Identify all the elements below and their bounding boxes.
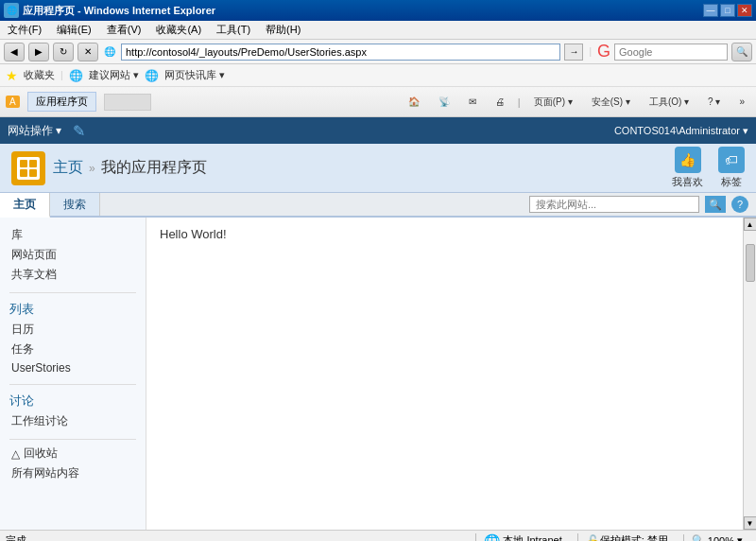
sidebar-item-allcontent[interactable]: 所有网站内容 [0, 463, 146, 483]
print-tool-button[interactable]: 🖨 [490, 95, 510, 109]
user-menu[interactable]: CONTOS014\Administrator ▾ [614, 125, 748, 136]
mail-tool-button[interactable]: ✉ [463, 95, 482, 109]
minimize-button[interactable]: — [703, 4, 718, 17]
help-tool-button[interactable]: ? ▾ [702, 95, 726, 109]
feeds-globe-icon: 🌐 [145, 69, 159, 82]
sidebar-section-lists: 列表 日历 任务 UserStories [0, 297, 146, 376]
google-icon: G [597, 42, 610, 61]
site-icon-dot-4 [29, 169, 37, 177]
feeds-link[interactable]: 网页快讯库 ▾ [164, 68, 225, 82]
go-button[interactable]: → [564, 44, 583, 61]
edit-icon[interactable]: ✎ [73, 122, 85, 140]
site-icon-dot-2 [29, 160, 37, 167]
status-right: 🌐 本地 Intranet 🔓 保护模式: 禁用 🔍 100% ▾ [475, 533, 750, 542]
sidebar-section-recycle: △ 回收站 所有网站内容 [0, 444, 146, 483]
globe-icon: 🌐 [484, 533, 500, 542]
content-area: Hello World! [146, 218, 743, 530]
site-icon-inner [17, 157, 40, 180]
tab-search-right: 🔍 ? [100, 193, 756, 216]
scroll-up-button[interactable]: ▲ [744, 218, 757, 231]
toolbar-left: A 应用程序页 [6, 92, 151, 112]
like-label: 我喜欢 [672, 175, 703, 189]
suggest-site-link[interactable]: 建议网站 ▾ [89, 68, 139, 82]
sidebar-item-recycle[interactable]: △ 回收站 [0, 444, 146, 463]
address-input[interactable] [121, 44, 560, 61]
rss-tool-button[interactable]: 📡 [433, 95, 455, 109]
browser-icon: 🌐 [4, 3, 19, 18]
breadcrumb-area: 主页 » 我的应用程序页 👍 我喜欢 🏷 标签 [0, 144, 756, 193]
page-tool-button[interactable]: 页面(P) ▾ [528, 94, 578, 111]
favorites-bar: ★ 收藏夹 | 🌐 建议网站 ▾ 🌐 网页快讯库 ▾ [0, 64, 756, 87]
sidebar-section-lib: 库 网站页面 共享文档 [0, 225, 146, 285]
title-bar-text: 应用程序页 - Windows Internet Explorer [23, 4, 215, 18]
scrollbar-track[interactable]: ▲ ▼ [743, 218, 756, 530]
tab-search[interactable]: 搜索 [50, 193, 100, 216]
breadcrumb-left: 主页 » 我的应用程序页 [11, 151, 207, 185]
site-action-menu[interactable]: 网站操作 ▾ [8, 123, 61, 139]
forward-button[interactable]: ▶ [28, 43, 49, 61]
window-controls: — □ ✕ [703, 4, 752, 17]
menu-favorites[interactable]: 收藏夹(A) [152, 21, 205, 39]
tools-tool-button[interactable]: 工具(O) ▾ [644, 94, 695, 111]
suggest-globe-icon: 🌐 [69, 69, 83, 82]
security-tool-button[interactable]: 安全(S) ▾ [586, 94, 636, 111]
sidebar-heading-discuss: 讨论 [0, 389, 146, 411]
site-action-label: 网站操作 ▾ [8, 124, 61, 137]
refresh-button[interactable]: ↻ [53, 43, 74, 61]
breadcrumb-home[interactable]: 主页 [53, 158, 83, 178]
sidebar-item-lib[interactable]: 库 [0, 225, 146, 245]
restore-button[interactable]: □ [720, 4, 735, 17]
tab-home[interactable]: 主页 [0, 193, 50, 218]
site-search-input[interactable] [529, 196, 699, 213]
sp-nav-right: CONTOS014\Administrator ▾ [614, 125, 748, 137]
search-button[interactable]: 🔍 [731, 43, 752, 61]
lock-icon: 🔓 [586, 534, 600, 542]
tab-home-label: 主页 [13, 197, 36, 213]
menu-tools[interactable]: 工具(T) [213, 21, 254, 39]
tab-bar: 主页 搜索 🔍 ? [0, 193, 756, 218]
favorites-label[interactable]: 收藏夹 [24, 68, 55, 82]
menu-help[interactable]: 帮助(H) [262, 21, 304, 39]
sidebar-item-teamdiscuss[interactable]: 工作组讨论 [0, 411, 146, 431]
sidebar: 库 网站页面 共享文档 列表 日历 任务 UserStories 讨论 工作组讨… [0, 218, 146, 530]
divider: | [60, 70, 63, 80]
breadcrumb-current: 我的应用程序页 [101, 158, 207, 178]
stop-button[interactable]: ✕ [77, 43, 98, 61]
site-search-button[interactable]: 🔍 [705, 196, 726, 213]
title-bar: 🌐 应用程序页 - Windows Internet Explorer — □ … [0, 0, 756, 21]
home-tool-button[interactable]: 🏠 [403, 95, 425, 109]
sidebar-sep3 [9, 439, 136, 440]
help-button[interactable]: ? [731, 196, 748, 213]
sidebar-item-shareddocs[interactable]: 共享文档 [0, 265, 146, 285]
sp-navbar: 网站操作 ▾ ✎ CONTOS014\Administrator ▾ [0, 117, 756, 144]
ie-toolbar: A 应用程序页 🏠 📡 ✉ 🖨 | 页面(P) ▾ 安全(S) ▾ 工具(O) … [0, 87, 756, 117]
sidebar-item-userstories[interactable]: UserStories [0, 359, 146, 376]
separator: | [589, 46, 592, 57]
scroll-down-button[interactable]: ▼ [744, 516, 757, 530]
search-input[interactable] [614, 44, 728, 61]
site-icon-dot-3 [20, 169, 27, 177]
back-button[interactable]: ◀ [4, 43, 25, 61]
status-zone: 🌐 本地 Intranet [475, 533, 569, 542]
tag-label: 标签 [721, 175, 742, 189]
sidebar-item-tasks[interactable]: 任务 [0, 340, 146, 359]
menu-file[interactable]: 文件(F) [4, 21, 45, 39]
menu-bar: 文件(F) 编辑(E) 查看(V) 收藏夹(A) 工具(T) 帮助(H) [0, 21, 756, 40]
sidebar-item-calendar[interactable]: 日历 [0, 320, 146, 340]
status-bar: 完成 🌐 本地 Intranet 🔓 保护模式: 禁用 🔍 100% ▾ [0, 530, 756, 541]
status-zoom[interactable]: 🔍 100% ▾ [683, 534, 750, 541]
like-action[interactable]: 👍 我喜欢 [672, 147, 703, 189]
breadcrumb-text: 主页 » 我的应用程序页 [53, 158, 207, 178]
sidebar-heading-lists: 列表 [0, 297, 146, 320]
sidebar-recycle-label: 回收站 [24, 445, 58, 462]
extend-tool-button[interactable]: » [733, 95, 750, 109]
menu-edit[interactable]: 编辑(E) [53, 21, 95, 39]
tag-action[interactable]: 🏷 标签 [718, 147, 745, 189]
like-icon: 👍 [675, 147, 701, 173]
menu-view[interactable]: 查看(V) [103, 21, 146, 39]
scroll-thumb[interactable] [746, 244, 755, 282]
protection-text: 保护模式: 禁用 [600, 533, 668, 541]
status-done: 完成 [6, 534, 26, 541]
sidebar-item-sitepages[interactable]: 网站页面 [0, 245, 146, 265]
close-button[interactable]: ✕ [737, 4, 752, 17]
